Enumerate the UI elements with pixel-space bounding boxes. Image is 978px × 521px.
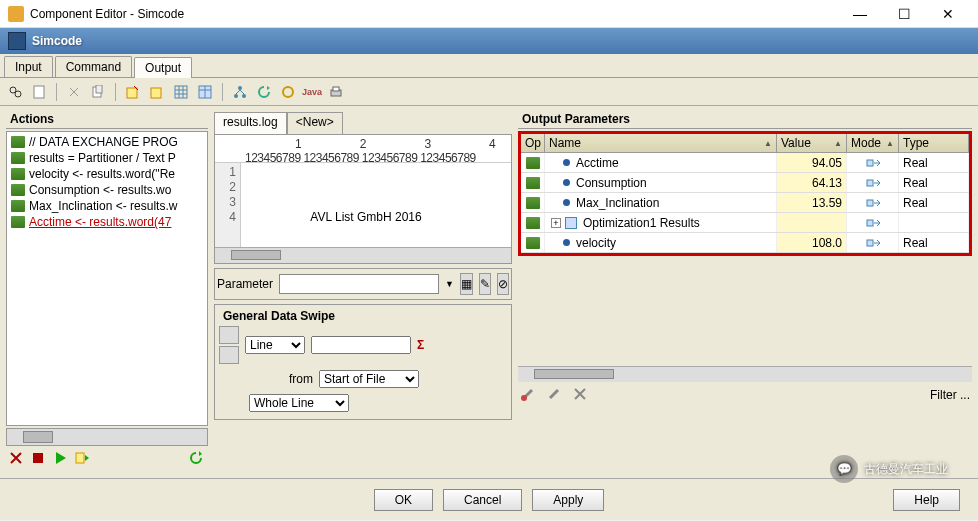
editor-content[interactable]: AVL List GmbH 2016 [241,163,511,247]
tab-results-log[interactable]: results.log [214,112,287,134]
svg-rect-7 [175,86,187,98]
step-icon[interactable] [74,450,92,468]
tab-output[interactable]: Output [134,57,192,78]
grid-icon[interactable] [172,83,190,101]
action-item[interactable]: results = Partitioner / Text P [7,150,207,166]
book-icon [11,200,25,212]
svg-rect-5 [127,88,137,98]
col-type[interactable]: Type [899,134,969,152]
ok-button[interactable]: OK [374,489,433,511]
help-button[interactable]: Help [893,489,960,511]
tab-input[interactable]: Input [4,56,53,77]
book-icon [11,136,25,148]
find-icon[interactable] [6,83,24,101]
tab-command[interactable]: Command [55,56,132,77]
svg-point-11 [242,94,246,98]
tool-icon-3[interactable] [572,386,590,404]
book-icon [11,216,25,228]
svg-rect-4 [96,85,102,93]
ruler: 1234 123456789 123456789 123456789 12345… [215,135,511,163]
java-icon[interactable]: Java [303,83,321,101]
param-btn-2[interactable]: ✎ [479,273,491,295]
actions-panel: Actions // DATA EXCHANGE PROG results = … [6,112,208,472]
print-icon[interactable] [327,83,345,101]
app-icon [8,6,24,22]
action-item[interactable]: Max_Inclination <- results.w [7,198,207,214]
sub-titlebar: Simcode [0,28,978,54]
whole-line-select[interactable]: Whole Line [249,394,349,412]
cycle-icon[interactable] [279,83,297,101]
actions-title: Actions [6,112,208,129]
actions-list[interactable]: // DATA EXCHANGE PROG results = Partitio… [6,131,208,426]
action-item[interactable]: Consumption <- results.wo [7,182,207,198]
action-item-selected[interactable]: Acctime <- results.word(47 [7,214,207,230]
sigma-icon[interactable]: Σ [417,338,424,352]
text-editor[interactable]: 1234 123456789 123456789 123456789 12345… [214,134,512,264]
tree-icon[interactable] [231,83,249,101]
from-select[interactable]: Start of File [319,370,419,388]
from-label: from [289,372,313,386]
tool-icon-2[interactable] [546,386,564,404]
doc-icon[interactable] [30,83,48,101]
output-hscroll[interactable] [518,366,972,382]
play-icon[interactable] [52,450,70,468]
output-row[interactable]: velocity108.0Real [521,233,969,253]
simcode-icon [8,32,26,50]
book-icon [526,237,540,249]
swipe-down-icon[interactable] [219,346,239,364]
param-name: Optimization1 Results [583,216,700,230]
actions-hscroll[interactable] [6,428,208,446]
col-name[interactable]: Name▲ [545,134,777,152]
refresh-icon[interactable] [255,83,273,101]
svg-point-22 [521,395,527,401]
expand-icon[interactable]: + [551,218,561,228]
toolbar: Java [0,78,978,106]
parameter-combo[interactable] [279,274,439,294]
stop-icon[interactable] [30,450,48,468]
copy-icon[interactable] [89,83,107,101]
svg-rect-14 [333,87,339,91]
swipe-up-icon[interactable] [219,326,239,344]
record-icon[interactable] [8,450,26,468]
output-panel: Output Parameters Op Name▲ Value▲ Mode▲ … [518,112,972,472]
reload-icon[interactable] [188,450,206,468]
export-icon[interactable] [124,83,142,101]
tool-icon-1[interactable] [520,386,538,404]
editor-hscroll[interactable] [215,247,511,263]
cut-icon[interactable] [65,83,83,101]
cancel-button[interactable]: Cancel [443,489,522,511]
output-row[interactable]: Consumption64.13Real [521,173,969,193]
maximize-button[interactable]: ☐ [882,0,926,28]
apply-button[interactable]: Apply [532,489,604,511]
svg-rect-18 [867,180,873,186]
line-input[interactable] [311,336,411,354]
filter-link[interactable]: Filter ... [930,388,970,402]
titlebar: Component Editor - Simcode — ☐ ✕ [0,0,978,28]
col-value[interactable]: Value▲ [777,134,847,152]
col-op[interactable]: Op [521,134,545,152]
svg-point-9 [238,86,242,90]
line-select[interactable]: Line [245,336,305,354]
output-row[interactable]: Acctime94.05Real [521,153,969,173]
output-row[interactable]: Max_Inclination13.59Real [521,193,969,213]
action-item[interactable]: velocity <- results.word("Re [7,166,207,182]
col-mode[interactable]: Mode▲ [847,134,899,152]
svg-rect-19 [867,200,873,206]
param-btn-3[interactable]: ⊘ [497,273,509,295]
minimize-button[interactable]: — [838,0,882,28]
import-icon[interactable] [148,83,166,101]
output-row[interactable]: +Optimization1 Results [521,213,969,233]
action-item[interactable]: // DATA EXCHANGE PROG [7,134,207,150]
param-type: Real [899,153,969,172]
bullet-icon [563,239,570,246]
param-name: velocity [576,236,616,250]
svg-point-1 [15,91,21,97]
param-name: Consumption [576,176,647,190]
window-title: Component Editor - Simcode [30,7,838,21]
param-btn-1[interactable]: ▦ [460,273,473,295]
book-icon [11,152,25,164]
close-button[interactable]: ✕ [926,0,970,28]
param-value: 108.0 [777,233,847,252]
tab-new[interactable]: <New> [287,112,343,134]
table-icon[interactable] [196,83,214,101]
